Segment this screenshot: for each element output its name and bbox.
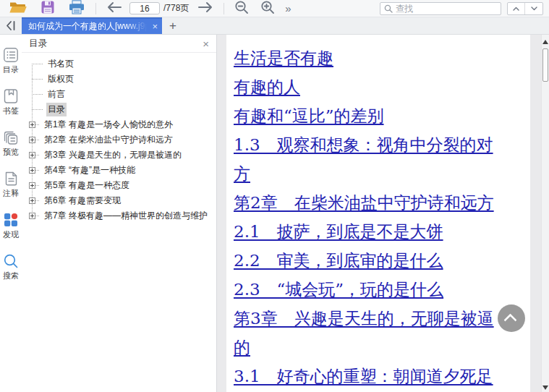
toc-item[interactable]: 第7章 终极有趣——精神世界的创造与维护 <box>22 208 216 223</box>
sidebar-item-label: 搜索 <box>3 270 19 281</box>
toc-item-label: 书名页 <box>46 57 75 71</box>
search-glass-icon <box>384 4 393 13</box>
toolbar-divider <box>224 3 224 14</box>
toc-link[interactable]: 的 <box>234 333 527 362</box>
pdf-page: 生活是否有趣 有趣的人 有趣和“逗比”的差别 1.3 观察和想象：视角中分裂的对… <box>226 35 530 392</box>
sidebar-item-label: 注释 <box>3 188 19 199</box>
page-total-label: /778页 <box>163 2 189 14</box>
toc-item[interactable]: 第3章 兴趣是天生的，无聊是被逼的 <box>22 148 216 163</box>
expand-plus-icon[interactable] <box>29 197 35 204</box>
toc-panel-title: 目录 <box>29 38 47 50</box>
toc-item-label: 第1章 有趣是一场令人愉悦的意外 <box>43 118 174 132</box>
print-button[interactable] <box>68 0 85 17</box>
find-next-button[interactable] <box>525 3 542 14</box>
toc-item[interactable]: 第6章 有趣需要变现 <box>22 193 216 208</box>
scrollbar[interactable] <box>541 35 549 392</box>
toc-link[interactable]: 第2章 在柴米油盐中守护诗和远方 <box>234 188 527 217</box>
save-floppy-icon <box>41 0 55 17</box>
toc-item[interactable]: 第1章 有趣是一场令人愉悦的意外 <box>22 117 216 132</box>
toc-link[interactable]: 2.3 “城会玩”，玩的是什么 <box>234 275 527 304</box>
toc-link[interactable]: 方 <box>234 159 527 188</box>
toc-item-selected[interactable]: 目录 <box>22 102 216 117</box>
toc-link[interactable]: 1.3 观察和想象：视角中分裂的对 <box>234 130 527 159</box>
toc-item-label: 第5章 有趣是一种态度 <box>43 179 131 192</box>
document-tab[interactable]: 如何成为一个有趣的人[www.j9p × <box>22 17 162 34</box>
sidebar-item-discover[interactable]: 发现 <box>0 211 22 240</box>
zoom-out-button[interactable] <box>234 0 249 17</box>
sidebar-item-label: 预览 <box>3 147 19 158</box>
expand-plus-icon[interactable] <box>29 213 35 219</box>
toc-item[interactable]: 第4章 “有趣”是一种技能 <box>22 163 216 178</box>
toc-item[interactable]: 第5章 有趣是一种态度 <box>22 178 216 193</box>
scroll-up-icon[interactable] <box>542 40 548 44</box>
expand-plus-icon[interactable] <box>29 182 35 189</box>
search-icon <box>2 252 20 270</box>
toc-link[interactable]: 2.1 披萨，到底是不是大饼 <box>234 217 527 246</box>
find-nav-group <box>507 2 543 15</box>
find-input[interactable] <box>396 4 497 14</box>
prev-page-button[interactable] <box>106 1 122 15</box>
sidebar-item-annotation[interactable]: 注释 <box>0 170 22 199</box>
pdf-reader-window: /778页 » <box>0 0 549 392</box>
tab-bar: 如何成为一个有趣的人[www.j9p × + <box>0 17 549 35</box>
zoom-in-button[interactable] <box>260 0 275 17</box>
toc-item-label: 第6章 有趣需要变现 <box>43 194 122 208</box>
toc-panel: 目录 × 书名页 版权页 前言 目录 <box>22 35 217 392</box>
find-box <box>380 2 501 15</box>
sidebar-item-preview[interactable]: 预览 <box>0 129 22 158</box>
scroll-down-icon[interactable] <box>542 385 548 390</box>
toc-link[interactable]: 有趣和“逗比”的差别 <box>234 101 527 130</box>
tab-title: 如何成为一个有趣的人[www.j9p <box>28 20 150 33</box>
arrow-left-icon <box>106 1 122 15</box>
next-page-button[interactable] <box>197 1 213 15</box>
document-view: 生活是否有趣 有趣的人 有趣和“逗比”的差别 1.3 观察和想象：视角中分裂的对… <box>217 35 549 392</box>
toc-link[interactable]: 第3章 兴趣是天生的，无聊是被逼 <box>234 304 527 333</box>
new-tab-button[interactable]: + <box>162 17 184 34</box>
toc-link[interactable]: 生活是否有趣 <box>234 43 527 72</box>
save-button[interactable] <box>41 0 55 17</box>
scrollbar-thumb[interactable] <box>542 48 548 82</box>
preview-icon <box>2 129 20 146</box>
sidebar-item-label: 发现 <box>3 229 19 240</box>
open-folder-icon <box>9 0 27 17</box>
toc-item-label: 第7章 终极有趣——精神世界的创造与维护 <box>43 209 209 223</box>
chevron-down-icon <box>531 7 537 11</box>
toc-item[interactable]: 书名页 <box>22 56 216 72</box>
sidebar: 目录 书签 <box>0 35 22 392</box>
tab-close-button[interactable]: × <box>152 21 158 32</box>
toc-item-label: 目录 <box>46 103 67 116</box>
toc-item[interactable]: 版权页 <box>22 72 216 87</box>
toolbar-divider <box>95 3 96 14</box>
main-area: 目录 书签 <box>0 35 549 392</box>
page-number-input[interactable] <box>129 2 160 14</box>
find-prev-button[interactable] <box>508 3 525 14</box>
sidebar-item-toc[interactable]: 目录 <box>0 46 22 75</box>
more-tools-button[interactable]: » <box>285 3 291 14</box>
discover-icon <box>2 211 20 229</box>
expand-plus-icon[interactable] <box>29 122 35 128</box>
toolbar: /778页 » <box>0 0 549 17</box>
back-to-top-button[interactable] <box>498 304 525 332</box>
sidebar-item-search[interactable]: 搜索 <box>0 252 22 281</box>
zoom-out-icon <box>234 0 249 17</box>
chevron-up-icon <box>513 7 519 11</box>
sidebar-item-label: 书签 <box>3 106 19 116</box>
collapse-tabs-button[interactable] <box>0 17 22 34</box>
expand-plus-icon[interactable] <box>29 137 35 143</box>
open-file-button[interactable] <box>9 0 27 17</box>
toc-link[interactable]: 3.1 好奇心的重塑：朝闻道夕死足 <box>234 362 527 391</box>
expand-plus-icon[interactable] <box>29 167 35 174</box>
toc-item[interactable]: 第2章 在柴米油盐中守护诗和远方 <box>22 132 216 148</box>
toc-item-label: 第4章 “有趣”是一种技能 <box>43 163 137 177</box>
toc-item-label: 前言 <box>46 88 67 101</box>
toc-item-label: 第3章 兴趣是天生的，无聊是被逼的 <box>43 148 183 162</box>
toc-link[interactable]: 2.2 审美，到底审的是什么 <box>234 246 527 275</box>
toc-link[interactable]: 有趣的人 <box>234 72 527 101</box>
close-icon[interactable]: × <box>203 38 209 49</box>
toc-item-label: 版权页 <box>46 72 75 86</box>
expand-plus-icon[interactable] <box>29 152 35 158</box>
sidebar-item-bookmark[interactable]: 书签 <box>0 88 22 116</box>
printer-icon <box>68 0 85 17</box>
toc-item[interactable]: 前言 <box>22 87 216 102</box>
toc-panel-header: 目录 × <box>22 35 216 53</box>
